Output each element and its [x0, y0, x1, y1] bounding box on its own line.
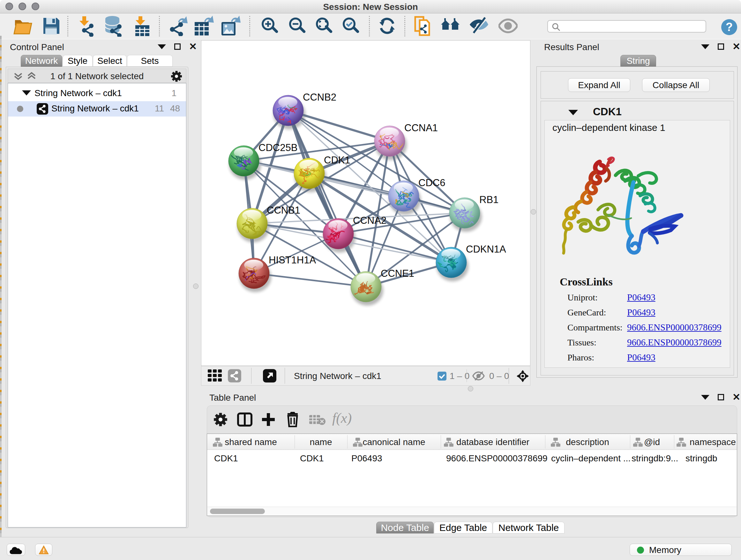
svg-text:CDKN1A: CDKN1A	[466, 244, 506, 255]
svg-text:CCNB1: CCNB1	[267, 205, 300, 216]
svg-text:RB1: RB1	[479, 194, 498, 205]
svg-text:CCNA1: CCNA1	[404, 122, 438, 133]
svg-text:CCNE1: CCNE1	[381, 268, 414, 279]
svg-text:CDC6: CDC6	[418, 177, 445, 188]
svg-text:CCNA2: CCNA2	[353, 215, 387, 226]
svg-text:HIST1H1A: HIST1H1A	[269, 254, 316, 266]
svg-text:CDK1: CDK1	[324, 154, 350, 166]
svg-text:CCNB2: CCNB2	[303, 91, 336, 103]
svg-text:CDC25B: CDC25B	[259, 142, 297, 153]
